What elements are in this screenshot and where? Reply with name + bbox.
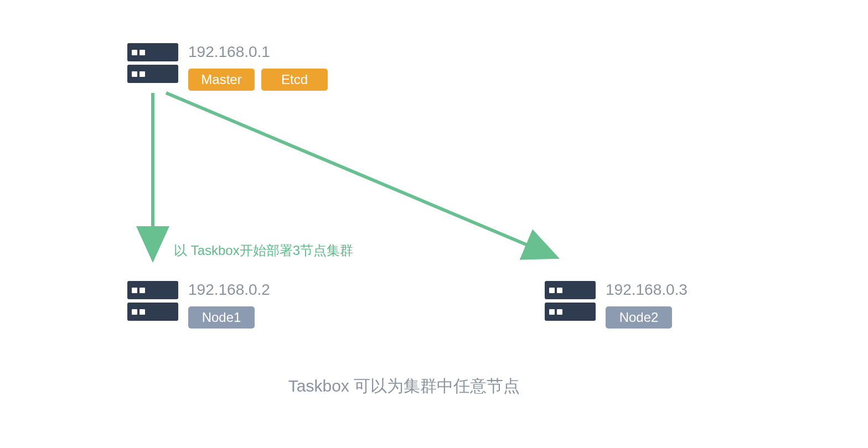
tag-node2: Node2 — [606, 306, 672, 329]
node2-group: 192.168.0.3 Node2 — [545, 281, 688, 329]
arrow-to-node2 — [166, 93, 554, 256]
server-unit — [127, 303, 178, 321]
server-icon — [545, 281, 596, 321]
server-unit — [545, 303, 596, 321]
server-icon — [127, 43, 178, 83]
tags-row: Node2 — [606, 306, 688, 329]
node-info: 192.168.0.2 Node1 — [188, 281, 270, 329]
server-unit — [127, 43, 178, 61]
cluster-diagram: 192.168.0.1 Master Etcd 以 Taskbox开始部署3节点… — [0, 0, 868, 448]
arrow-label: 以 Taskbox开始部署3节点集群 — [174, 242, 353, 259]
tag-node1: Node1 — [188, 306, 255, 329]
tag-etcd: Etcd — [261, 69, 328, 91]
server-icon — [127, 281, 178, 321]
ip-address: 192.168.0.2 — [188, 281, 270, 299]
server-unit — [127, 65, 178, 83]
node-info: 192.168.0.1 Master Etcd — [188, 43, 328, 91]
tag-master: Master — [188, 69, 255, 91]
server-unit — [127, 281, 178, 299]
tags-row: Node1 — [188, 306, 270, 329]
server-unit — [545, 281, 596, 299]
node-info: 192.168.0.3 Node2 — [606, 281, 688, 329]
footer-note: Taskbox 可以为集群中任意节点 — [249, 375, 559, 398]
ip-address: 192.168.0.1 — [188, 43, 328, 61]
tags-row: Master Etcd — [188, 69, 328, 91]
master-node-group: 192.168.0.1 Master Etcd — [127, 43, 328, 91]
node1-group: 192.168.0.2 Node1 — [127, 281, 270, 329]
ip-address: 192.168.0.3 — [606, 281, 688, 299]
